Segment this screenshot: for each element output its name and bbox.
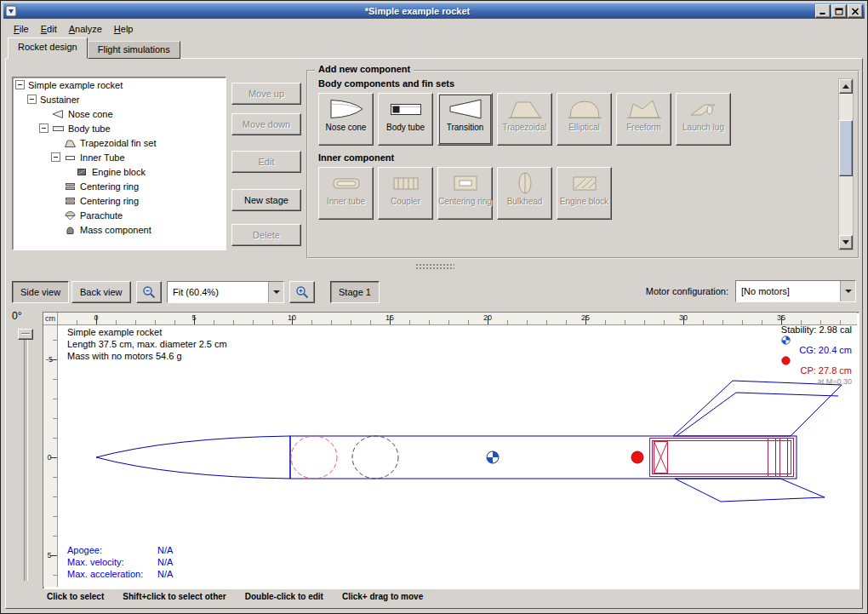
component-button-freeform[interactable]: Freeform [616, 93, 671, 146]
rotation-angle-label: 0° [12, 310, 21, 322]
component-button-bulkhead[interactable]: Bulkhead [497, 167, 552, 220]
component-button-elliptical[interactable]: Elliptical [557, 93, 612, 146]
svg-text:5: 5 [191, 313, 196, 322]
stage-1-toggle[interactable]: Stage 1 [330, 281, 380, 303]
tree-item-body-tube[interactable]: Body tube [13, 121, 226, 135]
collapse-toggle-icon[interactable] [51, 152, 60, 162]
component-button-engine-block[interactable]: Engine block [557, 167, 612, 220]
cg-icon [781, 336, 791, 345]
nose-cone-icon [52, 109, 65, 119]
tab-strip: Rocket design Flight simulations [8, 39, 180, 59]
component-button-body-tube[interactable]: Body tube [378, 93, 433, 146]
rocket-info: Simple example rocket Length 37.5 cm, ma… [67, 326, 227, 362]
component-button-transition[interactable]: Transition [437, 93, 493, 146]
rocket-name: Simple example rocket [67, 326, 227, 338]
scroll-down-button[interactable] [839, 235, 853, 250]
rotation-slider-handle[interactable] [18, 329, 33, 340]
chevron-down-icon[interactable] [840, 281, 855, 301]
inner-component-label: Inner component [318, 152, 858, 163]
inner-tube-icon [64, 152, 77, 163]
apogee-label: Apogee: [67, 544, 157, 556]
hint-click-select: Click to select [47, 592, 104, 601]
tree-item-rocket[interactable]: Simple example rocket [13, 77, 226, 92]
maximize-icon [835, 8, 843, 15]
scrollbar-thumb[interactable] [839, 120, 853, 176]
menu-bar: File Edit Analyze Help [4, 20, 864, 37]
cp-icon [781, 356, 791, 365]
new-stage-button[interactable]: New stage [231, 189, 301, 211]
stability-value: Stability: 2.98 cal [781, 324, 852, 336]
tree-item-parachute[interactable]: Parachute [13, 208, 226, 222]
arrow-down-icon [842, 240, 849, 244]
minimize-button[interactable] [815, 4, 831, 18]
collapse-toggle-icon[interactable] [15, 80, 25, 89]
tree-item-centering-ring-2[interactable]: Centering ring [13, 193, 226, 208]
max-acceleration-value: N/A [157, 568, 173, 580]
cg-marker [487, 451, 499, 463]
component-button-nose-cone[interactable]: Nose cone [318, 93, 374, 146]
component-button-inner-tube[interactable]: Inner tube [318, 167, 374, 220]
motor-configuration-select[interactable]: [No motors] [735, 280, 856, 302]
rotation-slider-track[interactable] [24, 332, 28, 581]
component-button-launch-lug[interactable]: Launch lug [676, 93, 731, 146]
close-button[interactable] [848, 4, 863, 18]
edit-button[interactable]: Edit [231, 151, 301, 173]
centering-ring-icon [64, 181, 77, 192]
rocket-canvas[interactable]: cm 0 5 10 15 20 25 30 35 -5 0 5 [43, 312, 859, 589]
side-view-button[interactable]: Side view [12, 281, 69, 303]
component-button-trapezoidal[interactable]: Trapezoidal [497, 93, 552, 146]
status-bar: Click to select Shift+click to select ot… [47, 592, 423, 601]
hint-double-click: Double-click to edit [245, 592, 323, 601]
tree-item-nose-cone[interactable]: Nose cone [13, 106, 226, 121]
body-components-row: Nose cone Body tube Transition Trapezoid… [318, 93, 858, 146]
flight-estimates: Apogee:N/A Max. velocity:N/A Max. accele… [67, 544, 173, 580]
launch-lug-icon [684, 96, 723, 122]
zoom-in-button[interactable] [289, 281, 315, 303]
svg-text:15: 15 [385, 313, 394, 322]
collapse-toggle-icon[interactable] [39, 123, 49, 133]
title-bar[interactable]: *Simple example rocket [3, 3, 865, 19]
menu-file[interactable]: File [8, 21, 35, 37]
maximize-button[interactable] [831, 4, 847, 18]
menu-help[interactable]: Help [108, 21, 140, 37]
tree-item-fin-set[interactable]: Trapezoidal fin set [13, 135, 226, 150]
tab-flight-simulations[interactable]: Flight simulations [88, 41, 180, 59]
tree-item-sustainer[interactable]: Sustainer [13, 92, 226, 106]
chevron-down-icon[interactable] [268, 282, 283, 302]
fin-set-icon [64, 138, 77, 148]
tree-item-mass-component[interactable]: Mass component [13, 222, 226, 237]
add-component-group: Add new component Body components and fi… [306, 70, 859, 259]
component-button-coupler[interactable]: Coupler [378, 167, 433, 220]
cg-value: CG: 20.4 cm [799, 345, 852, 355]
menu-analyze[interactable]: Analyze [63, 21, 108, 37]
minimize-icon [819, 8, 827, 15]
body-tube-icon [52, 123, 65, 134]
scroll-up-button[interactable] [839, 79, 853, 94]
collapse-toggle-icon[interactable] [27, 95, 37, 104]
tree-item-centering-ring-1[interactable]: Centering ring [13, 179, 226, 193]
component-button-centering-ring[interactable]: Centering ring [437, 167, 493, 220]
move-up-button[interactable]: Move up [231, 83, 301, 105]
delete-button[interactable]: Delete [231, 224, 301, 246]
centering-ring-icon [64, 196, 77, 206]
svg-text:10: 10 [288, 313, 296, 322]
zoom-select[interactable]: Fit (60.4%) [167, 281, 284, 303]
stability-info: Stability: 2.98 cal CG: 20.4 cm CP: 27.8… [781, 324, 852, 387]
tree-item-inner-tube[interactable]: Inner Tube [13, 150, 226, 164]
tab-rocket-design[interactable]: Rocket design [8, 37, 88, 59]
menu-edit[interactable]: Edit [35, 21, 63, 37]
elliptical-fin-icon [565, 96, 604, 122]
freeform-fin-icon [625, 96, 664, 122]
engine-block-icon [76, 167, 89, 177]
mass-component-icon [64, 225, 77, 235]
tree-item-engine-block[interactable]: Engine block [13, 164, 226, 179]
zoom-out-button[interactable] [136, 281, 162, 303]
svg-text:0: 0 [47, 453, 51, 462]
engine-block-icon [565, 170, 604, 196]
move-down-button[interactable]: Move down [231, 113, 301, 135]
component-tree[interactable]: Simple example rocket Sustainer Nose con… [12, 77, 226, 250]
zoom-in-icon [295, 285, 310, 300]
splitter-handle[interactable] [415, 263, 454, 269]
back-view-button[interactable]: Back view [71, 281, 131, 303]
component-scrollbar[interactable] [838, 78, 854, 250]
